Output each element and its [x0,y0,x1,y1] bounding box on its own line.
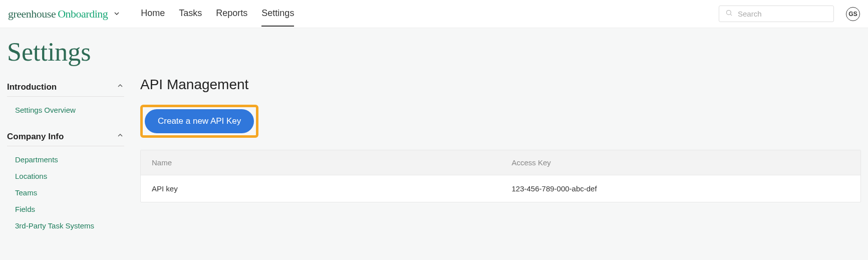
sidebar-item-3rd-party-task-systems[interactable]: 3rd-Party Task Systems [15,217,124,234]
chevron-up-icon [116,82,124,92]
create-api-key-highlight: Create a new API Key [140,105,258,138]
sidebar-item-departments[interactable]: Departments [15,151,124,168]
create-api-key-button[interactable]: Create a new API Key [145,109,254,133]
sidebar-list-company-info: Departments Locations Teams Fields 3rd-P… [7,146,124,243]
chevron-up-icon [116,131,124,142]
page: Settings Introduction Settings Overview … [0,28,868,250]
sidebar-section-company-info[interactable]: Company Info [7,127,124,146]
sidebar-item-fields[interactable]: Fields [15,201,124,217]
main-panel: API Management Create a new API Key Name… [140,78,861,243]
cell-access-key: 123-456-789-000-abc-def [501,175,861,202]
search-icon [725,9,733,19]
avatar[interactable]: GS [846,7,860,21]
svg-line-1 [730,14,732,16]
primary-nav: Home Tasks Reports Settings [141,1,294,27]
app-logo[interactable]: greenhouse Onboarding [8,8,121,21]
nav-tasks[interactable]: Tasks [179,1,202,27]
chevron-down-icon[interactable] [113,8,121,21]
settings-sidebar: Introduction Settings Overview Company I… [7,78,124,243]
sidebar-list-introduction: Settings Overview [7,97,124,127]
top-bar: greenhouse Onboarding Home Tasks Reports… [0,0,868,28]
logo-part2: Onboarding [58,8,108,21]
sidebar-section-title: Company Info [7,132,64,142]
table-header: Name Access Key [141,150,860,175]
table-row: API key 123-456-789-000-abc-def [141,175,860,202]
svg-point-0 [727,11,731,15]
nav-home[interactable]: Home [141,1,165,27]
page-title: Settings [0,28,868,71]
sidebar-item-teams[interactable]: Teams [15,184,124,201]
sidebar-item-locations[interactable]: Locations [15,168,124,184]
content: Introduction Settings Overview Company I… [0,71,868,250]
logo-part1: greenhouse [8,8,56,21]
sidebar-section-introduction[interactable]: Introduction [7,78,124,97]
nav-reports[interactable]: Reports [216,1,247,27]
column-header-name: Name [141,150,501,175]
nav-settings[interactable]: Settings [261,1,294,27]
main-heading: API Management [140,77,861,93]
search-box[interactable] [719,6,834,22]
cell-name: API key [141,175,501,202]
sidebar-section-title: Introduction [7,82,57,92]
topbar-right: GS [719,6,860,22]
api-keys-table: Name Access Key API key 123-456-789-000-… [140,150,861,202]
column-header-access-key: Access Key [501,150,861,175]
search-input[interactable] [738,10,827,18]
sidebar-item-settings-overview[interactable]: Settings Overview [15,102,124,118]
